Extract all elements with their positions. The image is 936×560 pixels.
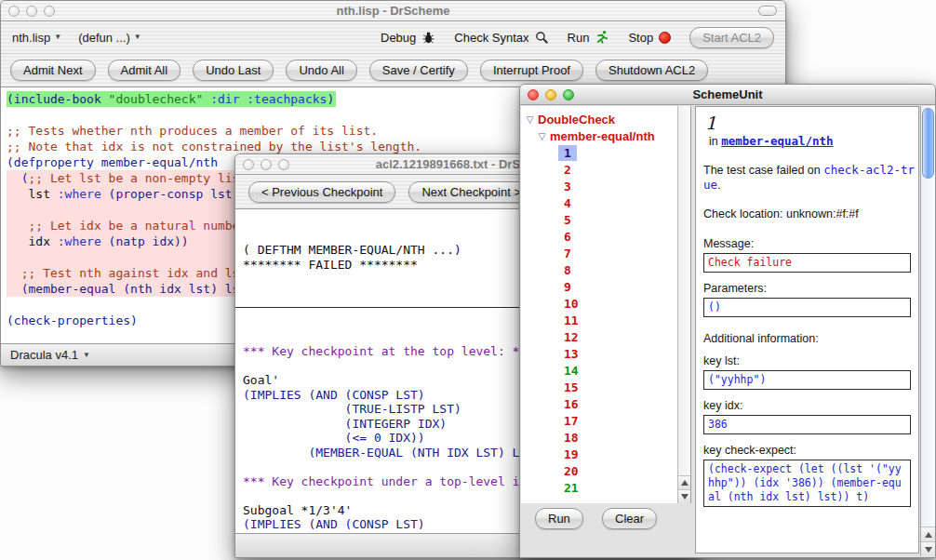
scrollbar-thumb[interactable]: [922, 108, 934, 179]
case-number-label: 21: [558, 480, 584, 496]
desktop: nth.lisp - DrScheme nth.lisp ▼ (defun ..…: [0, 0, 936, 560]
dropdown-caret-icon: ▼: [83, 352, 90, 359]
tree-case-17[interactable]: 17: [521, 412, 677, 429]
detail-field-value: ("yyhhp"): [703, 370, 911, 390]
case-number-label: 16: [558, 396, 584, 412]
test-tree[interactable]: ▽ DoubleCheck ▽ member-equal/nth 1234567…: [521, 106, 677, 503]
debug-button[interactable]: Debug: [381, 31, 435, 45]
case-number-label: 19: [558, 447, 584, 462]
w1-toolbar-toggle-button[interactable]: [758, 6, 777, 16]
tree-case-8[interactable]: 8: [521, 261, 677, 278]
disclosure-triangle-icon[interactable]: ▽: [525, 114, 535, 125]
additional-info-fields: key lst:("yyhhp")key idx:386key check-ex…: [703, 354, 911, 507]
case-number-label: 12: [558, 329, 584, 345]
w1-close-button[interactable]: [8, 6, 20, 17]
check-location-line: Check location: unknown:#f:#f: [703, 207, 911, 220]
arrow-down-icon: [925, 547, 932, 553]
additional-info-label: Additional information:: [703, 332, 911, 345]
scroll-up-button[interactable]: [678, 475, 690, 489]
w3-close-button[interactable]: [528, 89, 539, 100]
tree-node-doublecheck[interactable]: ▽ DoubleCheck: [521, 111, 677, 127]
tree-node-member-equal-nth[interactable]: ▽ member-equal/nth: [521, 127, 677, 144]
w3-minimize-button[interactable]: [545, 89, 556, 100]
previous-checkpoint-button[interactable]: < Previous Checkpoint: [248, 181, 395, 203]
acl2-button-admit-next[interactable]: Admit Next: [10, 60, 96, 81]
scroll-down-button[interactable]: [678, 489, 690, 503]
tree-case-5[interactable]: 5: [521, 211, 677, 228]
editor-line: (member-equal (nth idx lst) lst)): [7, 281, 252, 297]
run-tests-button[interactable]: Run: [535, 508, 583, 529]
editor-line: (;; Let lst be a non-empty list.: [7, 170, 252, 186]
next-checkpoint-button[interactable]: Next Checkpoint >: [408, 181, 534, 203]
acl2-button-undo-last[interactable]: Undo Last: [193, 60, 274, 81]
case-number-label: 6: [558, 229, 577, 245]
acl2-button-undo-all[interactable]: Undo All: [286, 60, 356, 81]
tree-scrollbar[interactable]: [677, 106, 690, 503]
case-group-link[interactable]: member-equal/nth: [721, 134, 833, 148]
w2-minimize-button[interactable]: [261, 159, 272, 170]
dropdown-caret-icon: ▼: [54, 33, 61, 41]
w1-minimize-button[interactable]: [26, 6, 37, 17]
case-number-label: 10: [558, 296, 584, 312]
w1-window-title: nth.lisp - DrScheme: [1, 4, 785, 18]
tree-case-18[interactable]: 18: [521, 429, 677, 446]
acl2-button-admit-all[interactable]: Admit All: [108, 60, 181, 81]
tree-case-1[interactable]: 1: [521, 144, 677, 161]
acl2-button-save-certify[interactable]: Save / Certify: [369, 60, 468, 81]
case-number-label: 11: [558, 313, 584, 328]
w3-zoom-button[interactable]: [563, 89, 574, 100]
tree-cases: 123456789101112131415161718192021: [521, 144, 677, 496]
detail-scrollbar[interactable]: [920, 106, 935, 556]
tree-case-21[interactable]: 21: [521, 479, 677, 496]
case-number-label: 7: [558, 246, 577, 261]
editor-line: ;; Let idx be a natural number.: [7, 218, 252, 233]
scroll-down-button[interactable]: [921, 541, 935, 556]
tree-case-14[interactable]: 14: [521, 362, 677, 379]
file-popup-menu[interactable]: nth.lisp ▼: [12, 31, 61, 45]
w1-zoom-button[interactable]: [44, 6, 55, 17]
detail-field-value: (check-expect (let ((lst '("yyhhp")) (id…: [703, 460, 911, 507]
editor-line: (include-book "doublecheck" :dir :teachp…: [7, 91, 336, 107]
case-number-label: 18: [558, 430, 584, 446]
detail-field-label: key check-expect:: [703, 444, 911, 457]
runner-icon: [595, 30, 609, 45]
tree-case-4[interactable]: 4: [521, 194, 677, 211]
stop-button[interactable]: Stop: [628, 31, 671, 45]
tree-case-13[interactable]: 13: [521, 345, 677, 362]
w3-titlebar[interactable]: SchemeUnit: [520, 85, 935, 105]
tree-case-12[interactable]: 12: [521, 328, 677, 345]
parameters-label: Parameters:: [703, 282, 911, 295]
tree-case-6[interactable]: 6: [521, 228, 677, 245]
scroll-up-button[interactable]: [921, 527, 935, 541]
w1-titlebar[interactable]: nth.lisp - DrScheme: [1, 1, 785, 21]
check-syntax-button[interactable]: Check Syntax: [454, 31, 548, 45]
clear-button[interactable]: Clear: [602, 508, 657, 529]
case-number-label: 14: [558, 363, 584, 379]
w2-zoom-button[interactable]: [278, 159, 289, 170]
case-number-label: 4: [558, 195, 577, 211]
tree-case-19[interactable]: 19: [521, 446, 677, 462]
w1-toolbar: nth.lisp ▼ (defun ...) ▼ Debug Check Syn…: [1, 21, 785, 53]
run-button[interactable]: Run: [568, 30, 610, 45]
start-acl2-button[interactable]: Start ACL2: [689, 27, 774, 48]
tree-case-7[interactable]: 7: [521, 245, 677, 261]
case-number-label: 2: [558, 162, 577, 178]
acl2-button-interrupt-proof[interactable]: Interrupt Proof: [480, 60, 583, 81]
tree-case-20[interactable]: 20: [521, 462, 677, 479]
editor-line: [7, 202, 252, 218]
disclosure-triangle-icon[interactable]: ▽: [537, 131, 547, 141]
tree-case-3[interactable]: 3: [521, 178, 677, 194]
test-detail-panel[interactable]: 1 in member-equal/nth The test case fail…: [695, 106, 919, 553]
w2-close-button[interactable]: [243, 159, 254, 170]
tree-case-2[interactable]: 2: [521, 161, 677, 178]
case-number-label: 20: [558, 463, 584, 479]
tree-case-10[interactable]: 10: [521, 295, 677, 312]
dracula-version-menu[interactable]: Dracula v4.1: [10, 348, 78, 362]
acl2-button-shutdown-acl2[interactable]: Shutdown ACL2: [595, 60, 708, 81]
tree-case-15[interactable]: 15: [521, 379, 677, 395]
defun-popup-menu[interactable]: (defun ...) ▼: [78, 31, 141, 45]
tree-case-9[interactable]: 9: [521, 278, 677, 295]
tree-case-16[interactable]: 16: [521, 395, 677, 412]
tree-case-11[interactable]: 11: [521, 312, 677, 328]
schemeunit-window: SchemeUnit ▽ DoubleCheck ▽ member-equal/…: [519, 84, 936, 558]
